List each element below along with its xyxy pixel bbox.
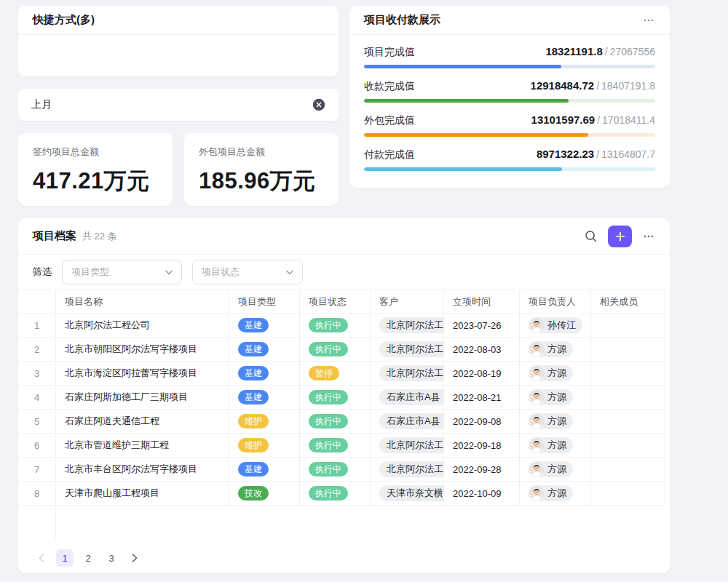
owner-tag: 方源 (529, 485, 573, 501)
next-page-button[interactable] (126, 549, 143, 567)
column-header[interactable]: 项目类型 (229, 290, 300, 313)
more-icon (642, 14, 655, 27)
project-name-cell[interactable]: 北京市丰台区阿尔法写字楼项目 (56, 458, 229, 481)
owner-tag: 方源 (529, 461, 573, 477)
progress-total: 17018411.4 (602, 114, 655, 126)
progress-track (364, 167, 655, 171)
metric-card-signed-total: 签约项目总金额 417.21万元 (18, 133, 173, 206)
date-cell: 2022-10-09 (444, 482, 520, 505)
column-header[interactable]: 项目名称 (56, 290, 229, 313)
owner-tag: 方源 (529, 341, 573, 357)
avatar (529, 486, 544, 501)
add-record-button[interactable] (608, 226, 632, 247)
customer-tag: 北京阿尔法工 (379, 317, 444, 333)
quick-filter-bar[interactable]: 上月 (18, 89, 339, 121)
progress-value: 12918484.72 (531, 79, 595, 92)
project-type-dropdown[interactable]: 项目类型 (62, 260, 182, 284)
date-cell: 2022-08-19 (444, 362, 520, 385)
row-number: 6 (18, 434, 56, 457)
row-number: 5 (18, 410, 56, 433)
table-row[interactable]: 5 石家庄阿道夫通信工程 维护 执行中 石家庄市A县 2022-09-08 方源 (18, 410, 665, 434)
project-name-cell[interactable]: 北京市朝阳区阿尔法写字楼项目 (56, 338, 229, 361)
metric-card-outsource-total: 外包项目总金额 185.96万元 (184, 133, 339, 206)
members-cell[interactable] (591, 434, 665, 457)
quick-filter-value: 上月 (31, 98, 52, 111)
table-row[interactable]: 8 天津市爬山服工程项目 技改 执行中 天津市奈文横 2022-10-09 方源 (18, 482, 665, 506)
prev-page-button[interactable] (33, 549, 50, 567)
members-cell[interactable] (591, 482, 665, 505)
close-icon (312, 98, 325, 111)
type-badge: 技改 (238, 486, 269, 500)
progress-track (364, 65, 655, 68)
table-header-row: 项目名称 项目类型 项目状态 客户 立项时间 项目负责人 相关成员 (18, 290, 665, 314)
type-badge: 基建 (238, 342, 269, 356)
members-cell[interactable] (591, 410, 665, 433)
date-cell: 2022-08-03 (444, 338, 520, 361)
date-cell: 2022-08-21 (444, 386, 520, 409)
metric-label: 外包项目总金额 (199, 146, 324, 159)
progress-label: 外包完成值 (364, 114, 415, 127)
chevron-left-icon (39, 554, 44, 562)
project-table-card: 项目档案 共 22 条 筛选 项目类型 (18, 218, 670, 573)
column-header[interactable]: 立项时间 (444, 290, 520, 313)
more-icon (642, 230, 655, 243)
progress-fill (364, 167, 562, 171)
progress-value: 13101597.69 (531, 113, 596, 126)
project-name-cell[interactable]: 天津市爬山服工程项目 (56, 482, 229, 505)
page-button-1[interactable]: 1 (56, 549, 74, 567)
payment-card-title: 项目收付款展示 (364, 13, 440, 27)
members-cell[interactable] (591, 386, 665, 409)
table-row[interactable]: 3 北京市海淀区阿拉蕾写字楼项目 基建 暂停 北京阿尔法工 2022-08-19… (18, 362, 665, 386)
table-row[interactable]: 6 北京市管道维护三期工程 维护 执行中 北京阿尔法工 2022-09-18 方… (18, 434, 665, 458)
status-badge: 暂停 (309, 366, 339, 380)
table-row[interactable]: 4 石家庄阿斯加德工厂三期项目 基建 执行中 石家庄市A县 2022-08-21… (18, 386, 665, 410)
status-badge: 执行中 (309, 462, 348, 476)
project-name-cell[interactable]: 石家庄阿道夫通信工程 (56, 410, 229, 433)
progress-value: 18321191.8 (545, 45, 602, 57)
members-cell[interactable] (591, 458, 665, 481)
table-count: 共 22 条 (82, 230, 117, 243)
status-badge: 执行中 (309, 486, 348, 500)
table-row[interactable]: 1 北京阿尔法工程公司 基建 执行中 北京阿尔法工 2023-07-26 孙传江 (18, 314, 665, 338)
progress-label: 付款完成值 (364, 148, 415, 162)
type-badge: 基建 (238, 318, 269, 332)
project-status-dropdown[interactable]: 项目状态 (192, 260, 303, 284)
pagination: 1 2 3 (18, 539, 670, 567)
page-button-3[interactable]: 3 (103, 549, 120, 567)
row-number: 3 (18, 362, 56, 385)
progress-fill (364, 65, 561, 68)
status-badge: 执行中 (309, 342, 348, 356)
members-cell[interactable] (591, 362, 665, 385)
payment-card-more-button[interactable] (642, 14, 655, 27)
project-name-cell[interactable]: 北京市管道维护三期工程 (56, 434, 229, 457)
column-header[interactable]: 相关成员 (591, 290, 665, 313)
members-cell[interactable] (591, 314, 665, 337)
project-name-cell[interactable]: 石家庄阿斯加德工厂三期项目 (56, 386, 229, 409)
row-number: 4 (18, 386, 56, 409)
column-header[interactable]: 项目状态 (300, 290, 371, 313)
column-header[interactable]: 项目负责人 (520, 290, 591, 313)
column-header[interactable]: 客户 (371, 290, 444, 313)
table-row[interactable]: 7 北京市丰台区阿尔法写字楼项目 基建 执行中 北京阿尔法工 2022-09-2… (18, 458, 665, 482)
clear-filter-button[interactable] (312, 98, 325, 111)
progress-fill (364, 99, 569, 103)
status-badge: 执行中 (309, 318, 348, 332)
progress-total: 27067556 (610, 46, 655, 57)
project-name-cell[interactable]: 北京市海淀区阿拉蕾写字楼项目 (56, 362, 229, 385)
avatar (529, 366, 544, 380)
progress-track (364, 99, 655, 103)
date-cell: 2022-09-18 (444, 434, 520, 457)
owner-tag: 方源 (529, 389, 573, 405)
table-row[interactable]: 2 北京市朝阳区阿尔法写字楼项目 基建 执行中 北京阿尔法工 2022-08-0… (18, 338, 665, 362)
members-cell[interactable] (591, 338, 665, 361)
search-icon (584, 229, 598, 243)
date-cell: 2022-09-08 (444, 410, 520, 433)
table-more-button[interactable] (642, 230, 655, 243)
progress-total: 13164807.7 (601, 148, 655, 160)
page-button-2[interactable]: 2 (79, 549, 97, 567)
project-name-cell[interactable]: 北京阿尔法工程公司 (56, 314, 229, 337)
search-button[interactable] (584, 229, 598, 243)
chevron-down-icon (286, 270, 293, 275)
row-number: 8 (18, 482, 56, 505)
owner-tag: 方源 (529, 437, 573, 453)
